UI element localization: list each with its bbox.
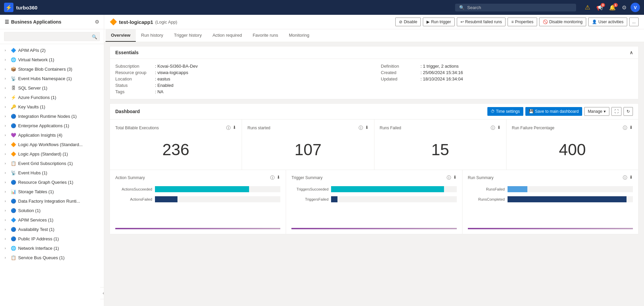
download-icon[interactable]: ⬇ xyxy=(497,125,501,131)
warning-icon[interactable]: ⚠ xyxy=(583,2,592,12)
download-icon[interactable]: ⬇ xyxy=(629,175,633,181)
sidebar-item-availability-test[interactable]: › 🔵 Availability Test (1) xyxy=(0,225,104,234)
info-icon[interactable]: ⓘ xyxy=(447,175,451,181)
info-icon[interactable]: ⓘ xyxy=(270,175,275,181)
properties-button[interactable]: ≡ Properties xyxy=(508,18,537,26)
settings-icon[interactable]: ⚙ xyxy=(620,3,629,12)
resubmit-icon: ↩ xyxy=(460,20,464,24)
sidebar-item-sql-server[interactable]: › 🗄 SQL Server (1) xyxy=(0,83,104,93)
chart-trigger-summary-actions: ⓘ ⬇ xyxy=(447,175,457,181)
service-bus-icon: 📋 xyxy=(11,255,16,260)
download-icon[interactable]: ⬇ xyxy=(365,125,369,131)
tab-overview[interactable]: Overview xyxy=(106,29,136,42)
sidebar-item-enterprise-apps[interactable]: › 🔵 Enterprise Applications (1) xyxy=(0,121,104,130)
sidebar-collapse-button[interactable]: ‹ xyxy=(100,287,104,299)
sidebar-item-logic-app-workflows[interactable]: › 🔶 Logic App Workflows (Standard... xyxy=(0,140,104,149)
essentials-tags: Tags : NA xyxy=(115,89,367,95)
chart-action-summary-bars: ActionsSucceeded ActionsFailed xyxy=(115,185,280,225)
chart-run-summary: Run Summary ⓘ ⬇ RunsFailed xyxy=(462,170,638,234)
logic-apps-standard-icon: 🔶 xyxy=(11,151,16,157)
fullscreen-icon: ⛶ xyxy=(614,109,618,114)
sidebar-item-event-grid[interactable]: › 📋 Event Grid Subscriptions (1) xyxy=(0,159,104,168)
download-icon[interactable]: ⬇ xyxy=(277,175,280,181)
tab-monitoring[interactable]: Monitoring xyxy=(284,29,315,42)
charts-grid: Action Summary ⓘ ⬇ ActionsSucceeded xyxy=(110,170,638,234)
sidebar-item-apim-services[interactable]: › 🔷 APIM Services (1) xyxy=(0,215,104,225)
manage-button[interactable]: Manage ▾ xyxy=(584,107,609,116)
sidebar-item-label: Event Hubs Namespace (1) xyxy=(18,76,99,81)
essentials-status: Status : Enabled xyxy=(115,82,367,89)
fullscreen-button[interactable]: ⛶ xyxy=(611,107,621,116)
sidebar-item-storage-blob[interactable]: › 📦 Storage Blob Containers (3) xyxy=(0,64,104,74)
info-icon[interactable]: ⓘ xyxy=(359,125,363,131)
chevron-right-icon: › xyxy=(5,48,9,52)
megaphone-icon[interactable]: 📢 3 xyxy=(594,3,605,12)
refresh-icon: ↻ xyxy=(627,109,630,114)
sidebar-item-network-interface[interactable]: › 🌐 Network Interface (1) xyxy=(0,243,104,253)
essentials-location: Location : eastus xyxy=(115,76,367,82)
chevron-right-icon: › xyxy=(5,246,9,250)
download-icon[interactable]: ⬇ xyxy=(629,125,633,131)
disable-button[interactable]: ⊘ Disable xyxy=(395,18,421,26)
apim-apis-icon: 🔷 xyxy=(11,47,16,53)
user-activities-button[interactable]: 👤 User activities xyxy=(588,18,627,26)
tab-run-history[interactable]: Run history xyxy=(136,29,169,42)
chart-action-summary-title: Action Summary xyxy=(115,175,145,180)
sidebar-item-solution[interactable]: › 🔵 Solution (1) xyxy=(0,206,104,215)
logic-app-icon: 🔶 xyxy=(110,18,117,26)
info-icon[interactable]: ⓘ xyxy=(226,125,231,131)
chevron-right-icon: › xyxy=(5,218,9,222)
sidebar-item-label: Resource Graph Queries (1) xyxy=(18,180,99,185)
chevron-right-icon: › xyxy=(5,133,9,137)
sidebar-header: ☰ Business Applications ⚙ xyxy=(0,15,104,29)
user-avatar[interactable]: V xyxy=(631,3,640,12)
essentials-collapse-icon[interactable]: ∧ xyxy=(630,50,633,55)
more-options-button[interactable]: ... xyxy=(629,18,639,26)
sidebar-item-event-hubs-ns[interactable]: › 📡 Event Hubs Namespace (1) xyxy=(0,74,104,83)
chevron-right-icon: › xyxy=(5,190,9,194)
sidebar-item-resource-graph[interactable]: › 🔵 Resource Graph Queries (1) xyxy=(0,177,104,187)
info-icon[interactable]: ⓘ xyxy=(623,175,627,181)
sidebar-search-area: 🔍 xyxy=(0,29,104,44)
sidebar-item-event-hubs[interactable]: › 📡 Event Hubs (1) xyxy=(0,168,104,177)
essentials-header: Essentials ∧ xyxy=(110,46,638,59)
download-icon[interactable]: ⬇ xyxy=(233,125,236,131)
search-bar[interactable]: 🔍 Search xyxy=(455,4,576,11)
sidebar-item-label: Network Interface (1) xyxy=(18,246,99,251)
virtual-network-icon: 🌐 xyxy=(11,57,16,62)
info-icon[interactable]: ⓘ xyxy=(623,125,627,131)
chevron-right-icon: › xyxy=(5,171,9,175)
sidebar-item-apim-apis[interactable]: › 🔷 APIM APIs (2) xyxy=(0,45,104,55)
run-trigger-button[interactable]: ▶ Run trigger xyxy=(423,18,454,26)
info-icon[interactable]: ⓘ xyxy=(491,125,495,131)
sidebar-item-public-ip[interactable]: › 🔵 Public IP Address (1) xyxy=(0,234,104,243)
sidebar-item-label: Integration Runtime Nodes (1) xyxy=(18,114,99,119)
sidebar-item-integration-runtime[interactable]: › 🔵 Integration Runtime Nodes (1) xyxy=(0,111,104,121)
tab-action-required[interactable]: Action required xyxy=(207,29,247,42)
sidebar-item-key-vaults[interactable]: › 🔑 Key Vaults (1) xyxy=(0,102,104,111)
sidebar-item-logic-apps-standard[interactable]: › 🔶 Logic Apps (Standard) (1) xyxy=(0,149,104,159)
disable-monitoring-button[interactable]: 🚫 Disable monitoring xyxy=(539,18,586,26)
resubmit-failed-runs-button[interactable]: ↩ Resubmit failed runs xyxy=(457,18,506,26)
save-icon: 💾 xyxy=(529,109,534,114)
sidebar-item-label: Storage Blob Containers (3) xyxy=(18,67,99,72)
app-logo[interactable]: ⚡ turbo360 xyxy=(4,3,37,12)
tab-trigger-history[interactable]: Trigger history xyxy=(169,29,207,42)
sidebar-item-virtual-network[interactable]: › 🌐 Virtual Network (1) xyxy=(0,55,104,64)
sidebar-item-label: Virtual Network (1) xyxy=(18,57,99,62)
bell-icon[interactable]: 🔔 1 xyxy=(607,3,618,12)
sidebar-item-data-factory[interactable]: › 🔵 Data Factory Integration Runti... xyxy=(0,196,104,206)
sidebar-item-label: APIM Services (1) xyxy=(18,217,99,223)
time-settings-button[interactable]: ⏱ Time settings xyxy=(487,107,523,116)
download-icon[interactable]: ⬇ xyxy=(453,175,457,181)
sidebar-settings-icon[interactable]: ⚙ xyxy=(95,19,99,25)
sidebar-item-storage-tables[interactable]: › 📊 Storage Tables (1) xyxy=(0,187,104,196)
sidebar-item-azure-functions[interactable]: › ⚡ Azure Functions (1) xyxy=(0,93,104,102)
save-to-main-dashboard-button[interactable]: 💾 Save to main dashboard xyxy=(525,107,582,116)
refresh-button[interactable]: ↻ xyxy=(623,107,633,116)
tab-favorite-runs[interactable]: Favorite runs xyxy=(247,29,284,42)
sidebar-item-service-bus[interactable]: › 📋 Service Bus Queues (1) xyxy=(0,253,104,262)
sidebar-search-input[interactable] xyxy=(4,32,100,41)
sidebar-item-app-insights[interactable]: › 💜 Application Insights (4) xyxy=(0,130,104,140)
chevron-right-icon: › xyxy=(5,256,9,260)
